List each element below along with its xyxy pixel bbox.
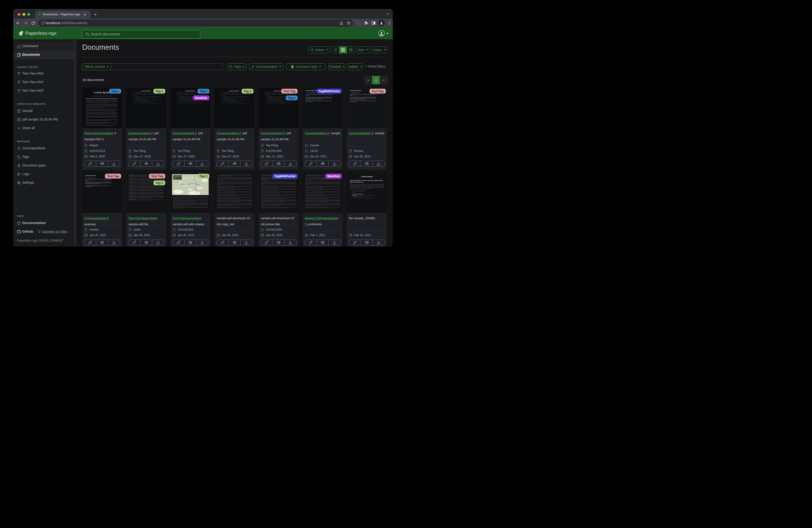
svg-text:6+ days in BWCA: 6+ days in BWCA xyxy=(174,177,178,177)
svg-text:Boundary Waters Trip: Boundary Waters Trip xyxy=(174,176,181,177)
